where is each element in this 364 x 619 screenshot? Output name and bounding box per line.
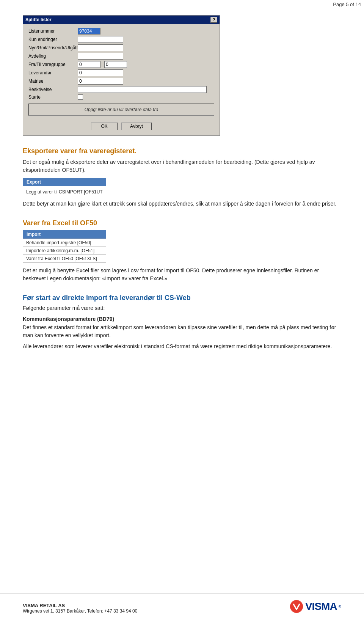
label-beskrivelse: Beskrivelse (28, 87, 78, 92)
import-menu-item-0[interactable]: Behandle import-registre [OF50] (23, 239, 106, 247)
input-listenummer[interactable] (78, 28, 100, 35)
section-eksportere-heading: Eksportere varer fra vareregisteret. (23, 147, 341, 155)
page-number: Page 5 of 14 (330, 0, 364, 9)
dialog-buttons: OK Avbryt (28, 119, 214, 132)
footer-left: VISMA RETAIL AS Wirgenes vei 1, 3157 Bar… (23, 603, 137, 614)
section-direkte-import-text1: Det finnes et standard format for artikk… (23, 324, 341, 339)
import-panel-label: Import (23, 230, 106, 239)
label-nyegml: Nye/Gml/Prisendr/Utgått (28, 45, 78, 50)
section-direkte-import-subtext: Følgende parameter må være satt: (23, 304, 341, 312)
label-kun-endringer: Kun endringer (28, 37, 78, 42)
dialog-wrapper: Splitte lister ? Listenummer Kun endring… (23, 15, 341, 136)
visma-logo: VISMA ® (289, 599, 341, 614)
input-nyegml[interactable] (78, 44, 123, 51)
dialog-row-kun-endringer: Kun endringer (28, 36, 214, 43)
label-fra-til-varegruppe: Fra/Til varegruppe (28, 62, 78, 67)
import-panel-wrapper: Import Behandle import-registre [OF50] I… (23, 230, 341, 263)
input-matrise[interactable] (78, 78, 123, 85)
dialog-row-avdeling: Avdeling (28, 53, 214, 60)
section-eksportere-text2: Dette betyr at man kan gjøre klart et ut… (23, 200, 341, 208)
footer: VISMA RETAIL AS Wirgenes vei 1, 3157 Bar… (0, 594, 364, 619)
section-varer-excel-heading: Varer fra Excel til OF50 (23, 219, 341, 227)
import-menu-item-2[interactable]: Varer fra Excel til OF50 [OF51XLS] (23, 255, 106, 263)
dialog-row-fra-til-varegruppe: Fra/Til varegruppe (28, 61, 214, 68)
label-listenummer: Listenummer (28, 28, 78, 34)
footer-address: Wirgenes vei 1, 3157 Barkåker, Telefon: … (23, 608, 137, 614)
input-beskrivelse[interactable] (78, 86, 207, 93)
dialog-title: Splitte lister (25, 17, 52, 22)
dialog-info-box: Oppgi liste-nr du vil overføre data fra (28, 104, 214, 116)
visma-logo-icon (289, 599, 304, 614)
ok-button[interactable]: OK (91, 123, 118, 130)
dialog-row-leverandor: Leverandør (28, 69, 214, 76)
input-leverandor[interactable] (78, 69, 123, 76)
section-direkte-import: Før start av direkte import fra leverand… (23, 294, 341, 350)
import-menu-item-1[interactable]: Importere artikkelreg.m.m. [OF51] (23, 247, 106, 255)
section-direkte-import-subheading: Kommunikasjonsparametere (BD79) (23, 316, 341, 322)
export-panel-wrapper: Export Legg ut varer til CSIMPORT [OF51U… (23, 178, 341, 196)
section-varer-excel-text1: Det er mulig å benytte Excel filer som l… (23, 267, 341, 283)
dialog-body: Listenummer Kun endringer Nye/Gml/Prisen… (23, 24, 220, 135)
label-avdeling: Avdeling (28, 53, 78, 59)
dialog-row-starte: Starte (28, 94, 214, 100)
splitte-lister-dialog: Splitte lister ? Listenummer Kun endring… (23, 15, 220, 136)
input-til-varegruppe[interactable] (104, 61, 127, 68)
dialog-row-matrise: Matrise (28, 78, 214, 85)
dialog-titlebar: Splitte lister ? (23, 16, 220, 24)
export-panel-label: Export (23, 178, 106, 186)
export-menu-item[interactable]: Legg ut varer til CSIMPORT [OF51UT (23, 188, 106, 196)
dialog-row-nyegml: Nye/Gml/Prisendr/Utgått (28, 44, 214, 51)
input-avdeling[interactable] (78, 53, 123, 60)
svg-point-0 (290, 600, 303, 613)
cancel-button[interactable]: Avbryt (121, 123, 152, 130)
section-direkte-import-heading: Før start av direkte import fra leverand… (23, 294, 341, 302)
label-starte: Starte (28, 94, 78, 100)
section-direkte-import-text2: Alle leverandører som leverer varefiler … (23, 342, 341, 350)
section-varer-excel: Varer fra Excel til OF50 Import Behandle… (23, 219, 341, 283)
section-eksportere: Eksportere varer fra vareregisteret. Det… (23, 147, 341, 208)
footer-company: VISMA RETAIL AS (23, 603, 137, 608)
label-matrise: Matrise (28, 79, 78, 84)
section-eksportere-text1: Det er også mulig å eksportere deler av … (23, 158, 341, 174)
input-fra-varegruppe[interactable] (78, 61, 100, 68)
import-menu-list: Behandle import-registre [OF50] Importer… (23, 239, 341, 263)
dialog-row-listenummer: Listenummer (28, 28, 214, 35)
dialog-help-button[interactable]: ? (210, 17, 217, 23)
dialog-row-beskrivelse: Beskrivelse (28, 86, 214, 93)
visma-logo-text: VISMA (305, 600, 337, 613)
label-leverandor: Leverandør (28, 70, 78, 75)
input-kun-endringer[interactable] (78, 36, 123, 43)
checkbox-starte[interactable] (78, 94, 83, 100)
